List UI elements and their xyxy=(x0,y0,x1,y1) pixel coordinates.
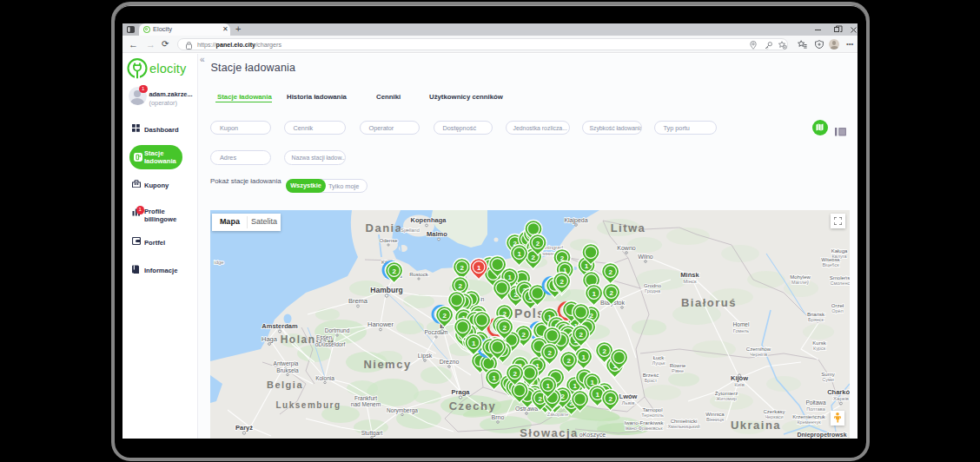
svg-text:Luksemburg: Luksemburg xyxy=(275,400,341,410)
svg-text:Lwów: Lwów xyxy=(619,393,638,400)
svg-text:1: 1 xyxy=(472,339,476,346)
svg-text:1: 1 xyxy=(590,378,594,386)
svg-text:Praga: Praga xyxy=(452,388,471,396)
svg-text:Житомир: Житомир xyxy=(716,396,737,401)
svg-text:Харків: Харків xyxy=(833,396,849,401)
svg-text:1: 1 xyxy=(595,390,599,398)
svg-text:1: 1 xyxy=(517,249,521,257)
svg-text:2: 2 xyxy=(392,267,396,274)
svg-text:2: 2 xyxy=(608,267,612,275)
svg-text:nad Menem: nad Menem xyxy=(351,401,381,407)
svg-text:Sjælland: Sjælland xyxy=(401,228,419,233)
svg-text:Malmo: Malmo xyxy=(427,230,447,238)
svg-text:Frankfurt: Frankfurt xyxy=(354,395,377,401)
svg-text:2: 2 xyxy=(566,356,571,364)
svg-text:Чернігів: Чернігів xyxy=(750,352,767,357)
svg-text:Київ: Київ xyxy=(734,382,745,387)
svg-text:Lipsk: Lipsk xyxy=(418,353,433,360)
svg-text:idge: idge xyxy=(214,260,224,265)
svg-text:Тернопіль: Тернопіль xyxy=(641,412,664,418)
svg-text:Рівне: Рівне xyxy=(672,368,684,373)
svg-text:Odense: Odense xyxy=(379,238,398,243)
svg-text:Смоленск: Смоленск xyxy=(830,280,850,286)
svg-text:Полтава: Полтава xyxy=(806,406,825,411)
svg-text:2: 2 xyxy=(502,323,507,331)
svg-text:Paryż: Paryż xyxy=(235,424,253,432)
svg-text:Amsterdam: Amsterdam xyxy=(262,322,298,330)
svg-text:Haga: Haga xyxy=(262,335,278,343)
svg-text:Bruksela: Bruksela xyxy=(276,367,299,373)
svg-text:Івано-Франківськ: Івано-Франківськ xyxy=(625,426,663,431)
svg-text:1: 1 xyxy=(585,261,589,269)
svg-text:Хмельницький: Хмельницький xyxy=(667,424,699,429)
svg-text:1: 1 xyxy=(507,273,512,280)
svg-text:2: 2 xyxy=(458,281,462,289)
svg-text:Antwerpia: Antwerpia xyxy=(274,360,299,367)
svg-text:1: 1 xyxy=(592,289,596,297)
svg-text:Homel: Homel xyxy=(733,321,750,327)
svg-text:Klajpeda: Klajpeda xyxy=(564,217,587,224)
svg-text:Ukraina: Ukraina xyxy=(731,419,781,432)
svg-text:Hamburg: Hamburg xyxy=(370,286,402,294)
svg-text:Кременчук: Кременчук xyxy=(797,419,821,425)
svg-text:Poczdam: Poczdam xyxy=(424,329,447,335)
svg-text:Niemcy: Niemcy xyxy=(363,358,411,371)
svg-text:2: 2 xyxy=(560,277,564,285)
svg-text:Białoruś: Białoruś xyxy=(681,296,737,309)
svg-text:Луцьк: Луцьк xyxy=(652,360,665,366)
svg-text:1: 1 xyxy=(573,381,577,389)
svg-text:Brema: Brema xyxy=(348,297,368,305)
svg-text:2: 2 xyxy=(609,288,613,296)
svg-text:Dortmund: Dortmund xyxy=(325,327,350,333)
svg-text:1: 1 xyxy=(581,353,586,360)
svg-text:Essen: Essen xyxy=(316,334,332,340)
svg-text:Орёл: Орёл xyxy=(831,308,844,314)
svg-text:Kowno: Kowno xyxy=(617,245,636,251)
svg-text:Суми: Суми xyxy=(822,377,834,382)
svg-text:Мінск: Мінск xyxy=(683,279,697,284)
svg-text:Brno: Brno xyxy=(492,414,505,420)
svg-text:Czechy: Czechy xyxy=(449,399,497,412)
svg-text:1: 1 xyxy=(477,263,481,271)
svg-text:1: 1 xyxy=(492,373,496,381)
svg-text:oKoszyce: oKoszyce xyxy=(579,432,606,439)
svg-text:1: 1 xyxy=(546,381,550,389)
svg-text:Черкаси: Черкаси xyxy=(765,414,783,419)
svg-text:Wilno: Wilno xyxy=(638,254,653,260)
svg-text:2: 2 xyxy=(442,311,447,319)
svg-text:Dania: Dania xyxy=(366,221,403,234)
svg-text:Брянск: Брянск xyxy=(808,317,824,322)
svg-text:2: 2 xyxy=(547,348,552,356)
svg-text:2: 2 xyxy=(536,239,540,247)
svg-text:Litwa: Litwa xyxy=(611,221,646,234)
svg-text:2: 2 xyxy=(538,394,542,402)
svg-text:Вінниця: Вінниця xyxy=(706,417,724,422)
svg-text:Hanower: Hanower xyxy=(368,320,394,328)
svg-text:Stuttgart: Stuttgart xyxy=(361,430,383,437)
svg-text:Słowacja: Słowacja xyxy=(520,426,579,439)
svg-text:Charków: Charków xyxy=(827,388,850,396)
svg-text:Dniepropetrowsk: Dniepropetrowsk xyxy=(797,432,846,439)
svg-text:Rostock: Rostock xyxy=(409,272,429,277)
svg-text:Калуга: Калуга xyxy=(831,254,847,259)
svg-text:oDüsseldorf: oDüsseldorf xyxy=(315,340,346,346)
svg-text:2: 2 xyxy=(460,263,464,271)
svg-text:2: 2 xyxy=(608,394,612,402)
svg-text:Брэст: Брэст xyxy=(645,378,658,383)
svg-text:2: 2 xyxy=(521,330,526,338)
svg-text:Гродна: Гродна xyxy=(645,288,661,294)
svg-text:Drezno: Drezno xyxy=(440,359,460,365)
svg-text:Belgia: Belgia xyxy=(267,380,303,390)
svg-text:2: 2 xyxy=(579,330,583,338)
svg-text:Львів: Львів xyxy=(622,400,635,406)
svg-text:Магілёў: Магілёў xyxy=(791,280,809,285)
svg-text:Віцебск: Віцебск xyxy=(822,262,839,267)
svg-text:2: 2 xyxy=(513,369,517,377)
svg-text:Гомель: Гомель xyxy=(733,327,750,333)
svg-text:Połtawa: Połtawa xyxy=(805,399,826,406)
svg-text:Mińsk: Mińsk xyxy=(680,271,699,279)
svg-text:2: 2 xyxy=(602,346,606,354)
svg-text:Norymberga: Norymberga xyxy=(387,407,418,414)
svg-text:Kolonia: Kolonia xyxy=(315,375,334,381)
svg-text:Kopenhaga: Kopenhaga xyxy=(411,216,447,224)
